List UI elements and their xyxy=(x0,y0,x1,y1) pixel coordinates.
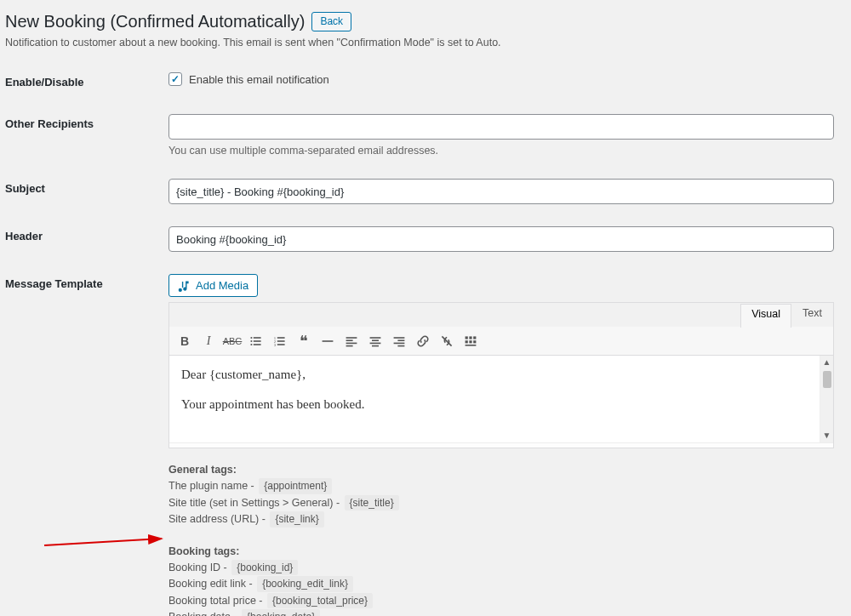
tag-row: Booking date - {booking_date} xyxy=(168,609,834,616)
page-title: New Booking (Confirmed Automatically) Ba… xyxy=(5,12,846,31)
italic-icon[interactable]: I xyxy=(198,331,219,351)
svg-rect-30 xyxy=(469,340,471,343)
scroll-up-icon[interactable]: ▲ xyxy=(823,356,831,369)
svg-rect-22 xyxy=(397,339,404,341)
enable-label: Enable/Disable xyxy=(5,72,168,114)
svg-point-0 xyxy=(250,336,252,338)
svg-rect-1 xyxy=(254,337,261,339)
svg-rect-7 xyxy=(277,337,285,339)
svg-rect-14 xyxy=(346,339,353,341)
tag-row: Site address (URL) - {site_link} xyxy=(168,511,834,528)
music-note-icon xyxy=(178,280,190,292)
tags-reference: General tags: The plugin name - {appoint… xyxy=(168,462,834,616)
unlink-icon[interactable] xyxy=(437,331,457,351)
svg-rect-23 xyxy=(394,342,405,344)
template-label: Message Template xyxy=(5,274,168,616)
tag-code: {booking_id} xyxy=(231,560,298,576)
tag-code: {booking_date} xyxy=(242,609,320,616)
svg-rect-16 xyxy=(346,345,353,346)
recipients-label: Other Recipients xyxy=(5,114,168,179)
svg-rect-27 xyxy=(469,336,471,339)
svg-rect-18 xyxy=(372,339,379,341)
svg-rect-11 xyxy=(277,344,285,345)
add-media-label: Add Media xyxy=(196,279,248,292)
toolbar-toggle-icon[interactable] xyxy=(460,331,481,351)
editor-line-1: Dear {customer_name}, xyxy=(181,368,808,382)
page-subtitle: Notification to customer about a new boo… xyxy=(5,37,846,48)
editor-toolbar: B I ABC 123 ❝ xyxy=(169,327,833,356)
strike-icon[interactable]: ABC xyxy=(222,331,243,351)
tag-row: Booking ID - {booking_id} xyxy=(168,560,834,576)
svg-rect-15 xyxy=(346,342,357,344)
recipients-input[interactable] xyxy=(168,114,834,140)
svg-rect-12 xyxy=(323,340,334,342)
svg-point-2 xyxy=(250,339,252,341)
svg-rect-9 xyxy=(277,340,285,342)
enable-checkbox[interactable] xyxy=(168,72,182,86)
tag-code: {booking_total_price} xyxy=(267,593,373,609)
svg-rect-31 xyxy=(473,340,476,343)
svg-rect-32 xyxy=(465,345,477,346)
svg-rect-19 xyxy=(370,342,381,344)
tag-code: {booking_edit_link} xyxy=(257,576,353,592)
editor-scrollbar[interactable]: ▲ ▼ xyxy=(820,356,833,442)
svg-rect-28 xyxy=(473,336,476,339)
recipients-help: You can use multiple comma-separated ema… xyxy=(168,145,846,157)
svg-rect-5 xyxy=(254,344,261,345)
link-icon[interactable] xyxy=(413,331,433,351)
align-center-icon[interactable] xyxy=(365,331,386,351)
header-label: Header xyxy=(5,226,168,274)
header-input[interactable] xyxy=(168,226,834,252)
hr-icon[interactable] xyxy=(317,331,338,351)
tag-row: Booking edit link - {booking_edit_link} xyxy=(168,576,834,592)
svg-rect-29 xyxy=(465,340,468,343)
svg-rect-17 xyxy=(370,337,381,339)
tag-code: {site_link} xyxy=(270,511,323,528)
resize-grip-icon[interactable] xyxy=(169,442,833,448)
align-right-icon[interactable] xyxy=(389,331,409,351)
subject-input[interactable] xyxy=(168,179,834,204)
ol-icon[interactable]: 123 xyxy=(270,331,290,351)
tag-code: {site_title} xyxy=(345,495,399,511)
editor-line-2: Your appointment has been booked. xyxy=(181,397,808,412)
back-button[interactable]: Back xyxy=(311,12,351,31)
subject-label: Subject xyxy=(5,179,168,226)
editor-textarea[interactable]: Dear {customer_name}, Your appointment h… xyxy=(169,356,820,442)
tag-row: Site title (set in Settings > General) -… xyxy=(168,495,834,511)
svg-rect-13 xyxy=(346,337,357,339)
enable-checkbox-label: Enable this email notification xyxy=(189,73,329,86)
align-left-icon[interactable] xyxy=(341,331,362,351)
page-title-text: New Booking (Confirmed Automatically) xyxy=(5,12,305,31)
tag-code: {appointment} xyxy=(259,478,332,494)
ul-icon[interactable] xyxy=(246,331,266,351)
scroll-thumb[interactable] xyxy=(823,371,831,388)
blockquote-icon[interactable]: ❝ xyxy=(294,331,314,351)
svg-rect-3 xyxy=(254,340,261,342)
tab-visual[interactable]: Visual xyxy=(740,304,791,328)
svg-rect-21 xyxy=(394,337,405,339)
bold-icon[interactable]: B xyxy=(174,331,195,351)
svg-rect-26 xyxy=(465,336,468,339)
add-media-button[interactable]: Add Media xyxy=(168,274,258,297)
general-tags-title: General tags: xyxy=(168,462,834,478)
tab-text[interactable]: Text xyxy=(791,303,833,327)
svg-rect-24 xyxy=(397,345,404,346)
booking-tags-title: Booking tags: xyxy=(168,544,834,560)
svg-text:3: 3 xyxy=(274,342,277,346)
tag-row: The plugin name - {appointment} xyxy=(168,478,834,494)
svg-rect-20 xyxy=(372,345,379,346)
rich-text-editor: Visual Text B I ABC 123 ❝ xyxy=(168,302,834,448)
tag-row: Booking total price - {booking_total_pri… xyxy=(168,593,834,609)
svg-point-4 xyxy=(250,343,252,345)
scroll-down-icon[interactable]: ▼ xyxy=(823,429,831,442)
